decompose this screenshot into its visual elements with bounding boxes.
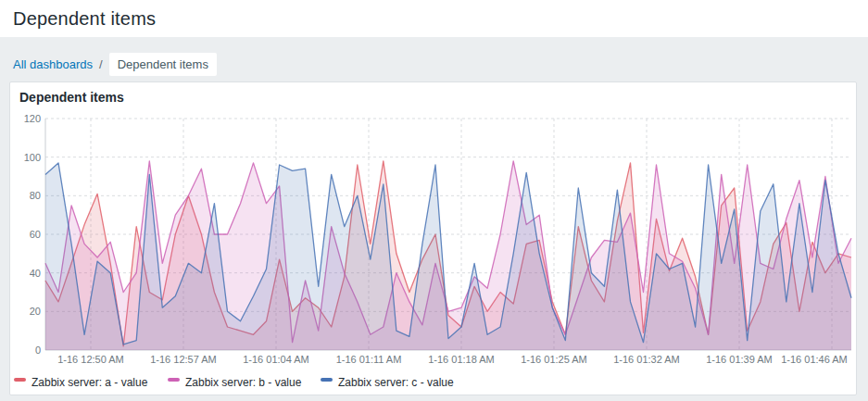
x-axis-label: 1-16 12:50 AM — [57, 354, 124, 365]
graph-widget: Dependent items 0204060801001201-16 12:5… — [9, 81, 857, 395]
y-axis-label: 80 — [30, 190, 41, 201]
legend-item-2: Zabbix server: c - value — [321, 376, 454, 389]
breadcrumb-current-page[interactable]: Dependent items — [109, 53, 217, 76]
dependent-items-graph[interactable]: 0204060801001201-16 12:50 AM1-16 12:57 A… — [10, 107, 856, 395]
page-title: Dependent items — [13, 8, 156, 30]
x-axis-label: 1-16 12:57 AM — [150, 354, 217, 365]
x-axis-label: 1-16 01:11 AM — [336, 354, 402, 365]
legend-item-1: Zabbix server: b - value — [168, 376, 302, 389]
legend-swatch-2 — [321, 378, 333, 382]
x-axis-label: 1-16 01:39 AM — [706, 354, 773, 365]
legend-swatch-0 — [14, 378, 26, 382]
legend-item-0: Zabbix server: a - value — [14, 376, 148, 389]
x-axis-label: 1-16 01:25 AM — [521, 354, 587, 365]
y-axis-label: 100 — [24, 152, 41, 163]
breadcrumb-link-all-dashboards[interactable]: All dashboards — [13, 57, 93, 71]
page-header: Dependent items — [0, 0, 868, 37]
legend-swatch-1 — [168, 378, 180, 382]
y-axis-label: 20 — [30, 306, 41, 317]
y-axis-label: 120 — [24, 113, 41, 124]
x-axis-label: 1-16 01:18 AM — [428, 354, 495, 365]
x-axis-label: 1-16 01:46 AM — [781, 354, 848, 365]
breadcrumb-separator: / — [99, 57, 103, 71]
y-axis-label: 60 — [30, 229, 41, 240]
x-axis-label: 1-16 01:04 AM — [243, 354, 309, 365]
x-axis-label: 1-16 01:32 AM — [613, 354, 680, 365]
widget-title: Dependent items — [19, 90, 124, 105]
breadcrumb: All dashboards / Dependent items — [13, 53, 868, 76]
legend-label-1: Zabbix server: b - value — [185, 376, 302, 389]
legend-label-2: Zabbix server: c - value — [338, 376, 454, 389]
y-axis-label: 40 — [30, 268, 41, 279]
y-axis-label: 0 — [35, 345, 41, 356]
legend-label-0: Zabbix server: a - value — [31, 376, 148, 389]
